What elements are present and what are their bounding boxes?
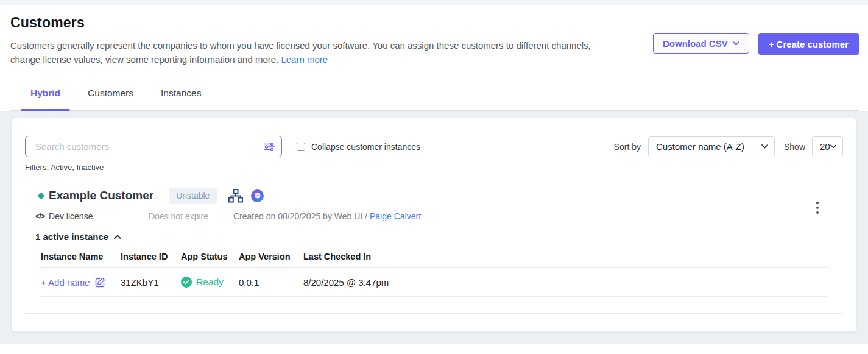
license-row: </> Dev license Does not expire Created … [35,211,856,221]
search-input[interactable] [25,136,282,157]
kubernetes-icon: ☸ [251,189,264,202]
create-customer-label: + Create customer [769,39,849,49]
instances-table: Instance Name Instance ID App Status App… [41,252,827,297]
created-text: Created on 08/20/2025 by Web UI / [233,211,367,221]
chevron-down-icon [830,144,836,149]
customer-header-row: Example Customer Unstable ☸ [38,188,856,204]
instance-name-cell: + Add name [41,277,121,288]
card-toolbar: Collapse customer instances Sort by Cust… [12,118,856,157]
page-header: Customers Customers generally represent … [0,5,868,111]
chevron-up-icon [114,235,121,239]
instances-table-header: Instance Name Instance ID App Status App… [41,252,827,268]
tab-customers[interactable]: Customers [88,88,133,110]
app-status-text: Ready [196,277,224,288]
show-value: 20 [820,141,830,152]
code-icon: </> [35,212,44,221]
created-info: Created on 08/20/2025 by Web UI /Paige C… [233,211,421,221]
active-filters-text: Filters: Active, Inactive [25,163,856,172]
create-customer-button[interactable]: + Create customer [758,33,859,55]
customer-status-dot [38,193,44,199]
customer-kebab-menu[interactable] [814,199,821,216]
tab-hybrid[interactable]: Hybrid [30,88,60,110]
add-name-link[interactable]: + Add name [41,277,90,288]
collapse-instances-group: Collapse customer instances [297,142,420,152]
page-title: Customers [10,15,859,31]
check-circle-icon [181,277,192,288]
sort-by-select[interactable]: Customer name (A-Z) [648,136,775,157]
sitemap-icon [228,189,243,203]
instance-id-cell: 31ZKbY1 [121,277,181,288]
download-csv-button[interactable]: Download CSV [653,33,749,54]
show-select[interactable]: 20 [812,136,843,157]
instances-summary-label: 1 active instance [35,232,108,242]
tab-bar: Hybrid Customers Instances [10,88,859,111]
content-area: Collapse customer instances Sort by Cust… [0,111,868,344]
sort-show-controls: Sort by Customer name (A-Z) Show 20 [614,136,843,157]
customers-card: Collapse customer instances Sort by Cust… [11,118,857,332]
license-type: </> Dev license [35,211,149,221]
show-label: Show [784,142,805,152]
app-status-cell: Ready [181,277,239,288]
collapse-instances-checkbox[interactable] [297,143,305,151]
filter-sliders-icon[interactable] [263,141,275,153]
top-strip [0,0,868,5]
license-type-label: Dev license [49,211,93,221]
channel-badge: Unstable [169,188,217,204]
col-app-status: App Status [181,252,239,261]
download-csv-label: Download CSV [663,38,728,49]
header-actions: Download CSV + Create customer [653,33,859,55]
col-last-checked-in: Last Checked In [303,252,827,261]
col-app-version: App Version [239,252,303,261]
created-by-link[interactable]: Paige Calvert [370,211,421,221]
tab-instances[interactable]: Instances [161,88,201,110]
learn-more-link[interactable]: Learn more [281,54,328,65]
page-description: Customers generally represent the compan… [10,39,595,66]
last-checked-in-cell: 8/20/2025 @ 3:47pm [303,277,827,288]
instances-summary-toggle[interactable]: 1 active instance [35,232,856,242]
instance-row: + Add name 31ZKbY1 Read [41,268,827,297]
chevron-down-icon [761,144,768,149]
sort-by-label: Sort by [614,142,641,152]
col-instance-id: Instance ID [121,252,181,261]
search-wrap [25,136,282,157]
chevron-down-icon [733,41,739,46]
sort-by-value: Customer name (A-Z) [656,141,744,152]
license-expiry: Does not expire [149,211,233,221]
collapse-instances-label: Collapse customer instances [311,142,420,152]
edit-icon[interactable] [95,277,105,288]
col-instance-name: Instance Name [41,252,121,261]
app-version-cell: 0.0.1 [239,277,303,288]
customer-name[interactable]: Example Customer [49,189,153,202]
customer-divider [25,313,843,314]
